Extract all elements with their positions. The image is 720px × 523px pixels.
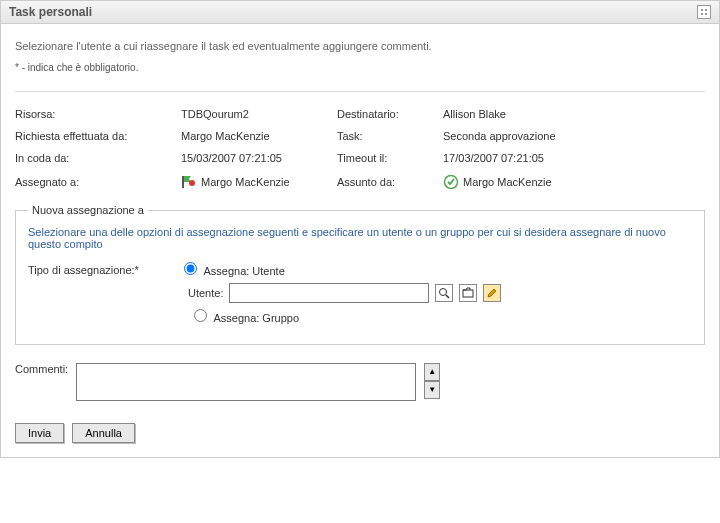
risorsa-value: TDBQourum2 [181,108,331,120]
in-coda-label: In coda da: [15,152,175,164]
assegnato-label: Assegnato a: [15,176,175,188]
required-note: * - indica che è obbligatorio. [15,62,705,73]
assunto-value: Margo MacKenzie [463,176,552,188]
comments-spinner: ▲ ▼ [424,363,440,399]
pencil-icon [486,287,498,299]
assigned-flag-icon [181,175,197,189]
task-value: Seconda approvazione [443,130,643,142]
submit-button[interactable]: Invia [15,423,64,443]
reassign-fieldset: Nuova assegnazione a Selezionare una del… [15,204,705,345]
assign-type-row: Tipo di assegnazione:* Assegna: Utente [28,262,692,277]
svg-rect-5 [463,290,473,297]
timeout-label: Timeout il: [337,152,437,164]
reassign-legend: Nuova assegnazione a [28,204,148,216]
assign-user-option[interactable]: Assegna: Utente [184,262,285,277]
svg-line-4 [446,295,449,298]
assegnato-value: Margo MacKenzie [201,176,290,188]
cancel-button[interactable]: Annulla [72,423,135,443]
comments-textarea[interactable] [76,363,416,401]
folder-history-icon [462,287,474,299]
svg-rect-0 [182,176,184,188]
assign-group-option-text: Assegna: Gruppo [213,312,299,324]
svg-point-3 [440,289,447,296]
assign-group-radio[interactable] [194,309,207,322]
assign-group-row: Assegna: Gruppo [194,309,692,324]
assunto-label: Assunto da: [337,176,437,188]
window-title: Task personali [9,5,92,19]
reassign-hint: Selezionare una delle opzioni di assegna… [28,226,692,250]
intro-text: Selezionare l'utente a cui riassegnare i… [15,40,705,52]
assign-user-label: Utente: [188,287,223,299]
destinatario-value: Allison Blake [443,108,643,120]
assunto-value-cell: Margo MacKenzie [443,174,643,190]
lookup-user-button[interactable] [435,284,453,302]
assign-group-option[interactable]: Assegna: Gruppo [194,309,299,324]
button-row: Invia Annulla [15,423,705,443]
magnifier-icon [438,287,450,299]
edit-button[interactable] [483,284,501,302]
timeout-value: 17/03/2007 07:21:05 [443,152,643,164]
richiesta-value: Margo MacKenzie [181,130,331,142]
titlebar: Task personali [1,1,719,24]
details-grid: Risorsa: TDBQourum2 Destinatario: Alliso… [15,108,705,190]
comments-row: Commenti: ▲ ▼ [15,363,705,401]
task-window: Task personali Selezionare l'utente a cu… [0,0,720,458]
in-coda-value: 15/03/2007 07:21:05 [181,152,331,164]
comments-label: Commenti: [15,363,68,375]
assign-user-option-text: Assegna: Utente [203,265,284,277]
content-area: Selezionare l'utente a cui riassegnare i… [1,24,719,457]
svg-point-1 [189,180,195,186]
separator [15,91,705,92]
options-grid-icon[interactable] [697,5,711,19]
assign-user-radio[interactable] [184,262,197,275]
spinner-up-button[interactable]: ▲ [424,363,440,381]
richiesta-label: Richiesta effettuata da: [15,130,175,142]
assign-user-row: Utente: [188,283,692,303]
assign-user-input[interactable] [229,283,429,303]
history-button[interactable] [459,284,477,302]
task-label: Task: [337,130,437,142]
claimed-check-icon [443,174,459,190]
risorsa-label: Risorsa: [15,108,175,120]
assegnato-value-cell: Margo MacKenzie [181,175,331,189]
spinner-down-button[interactable]: ▼ [424,381,440,399]
destinatario-label: Destinatario: [337,108,437,120]
assign-type-label: Tipo di assegnazione:* [28,264,178,276]
